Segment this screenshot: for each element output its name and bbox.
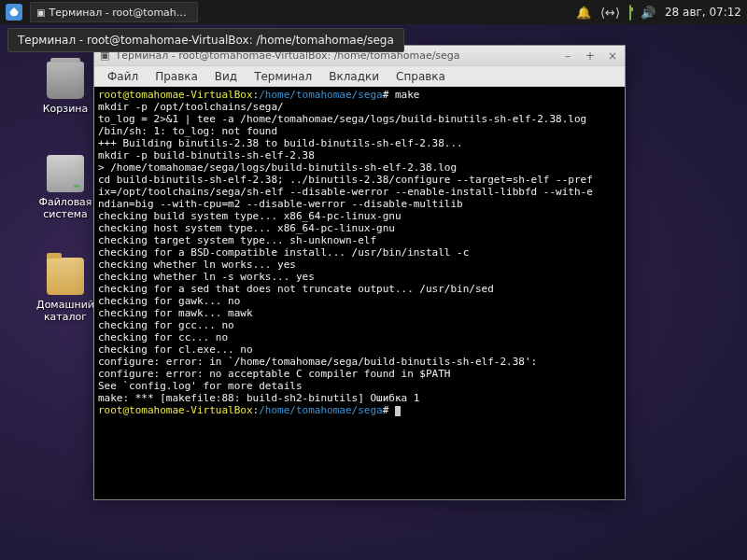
battery-icon[interactable] <box>629 6 631 20</box>
clock[interactable]: 28 авг, 07:12 <box>665 6 741 19</box>
menubar: Файл Правка Вид Терминал Вкладки Справка <box>94 66 625 87</box>
terminal-line: checking for a sed that does not truncat… <box>98 283 494 295</box>
terminal-line: checking for gawk... no <box>98 295 240 307</box>
terminal-line: make: *** [makefile:88: build-sh2-binuti… <box>98 392 419 404</box>
trash-icon <box>47 62 84 99</box>
prompt-user: root@tomahomae-VirtualBox <box>98 404 253 416</box>
terminal-line: checking host system type... x86_64-pc-l… <box>98 222 395 234</box>
terminal-line: checking target system type... sh-unknow… <box>98 234 376 246</box>
menu-tabs[interactable]: Вкладки <box>321 68 387 85</box>
desktop-icon-label: Домашний каталог <box>28 299 103 323</box>
notifications-icon[interactable]: 🔔 <box>576 6 591 20</box>
terminal-line: checking for mawk... mawk <box>98 307 253 319</box>
applications-menu-icon[interactable] <box>6 4 22 21</box>
command: make <box>395 89 420 101</box>
desktop-icon-label: Файловая система <box>28 196 103 220</box>
taskbar-item-terminal[interactable]: ▣ Терминал - root@tomahom... <box>30 2 198 22</box>
network-icon[interactable]: ⟨↔⟩ <box>600 6 620 20</box>
terminal-line: configure: error: in `/home/tomahomae/se… <box>98 356 537 368</box>
volume-icon[interactable]: 🔊 <box>641 6 655 20</box>
menu-view[interactable]: Вид <box>207 68 245 85</box>
terminal-line: configure: error: no acceptable C compil… <box>98 368 451 380</box>
terminal-line: checking for cc... no <box>98 331 228 343</box>
terminal-line: to_log = 2>&1 | tee -a /home/tomahomae/s… <box>98 113 586 125</box>
cursor <box>395 406 401 416</box>
terminal-line: checking for gcc... no <box>98 319 234 331</box>
desktop-icon-home[interactable]: Домашний каталог <box>28 258 103 323</box>
folder-icon <box>47 258 84 295</box>
desktop-icon-filesystem[interactable]: Файловая система <box>28 155 103 220</box>
menu-file[interactable]: Файл <box>100 68 146 85</box>
prompt-path: /home/tomahomae/sega <box>259 89 382 101</box>
drive-icon <box>47 155 84 192</box>
menu-help[interactable]: Справка <box>388 68 453 85</box>
terminal-window: ▣ Терминал - root@tomahomae-VirtualBox: … <box>93 45 626 500</box>
menu-edit[interactable]: Правка <box>148 68 205 85</box>
prompt-user: root@tomahomae-VirtualBox <box>98 89 253 101</box>
menu-terminal[interactable]: Терминал <box>247 68 319 85</box>
terminal-line: checking build system type... x86_64-pc-… <box>98 210 402 222</box>
desktop-icon-label: Корзина <box>28 103 103 115</box>
terminal-line: ix=/opt/toolchains/sega/sh-elf --disable… <box>98 186 593 198</box>
terminal-line: ndian=big --with-cpu=m2 --disable-werror… <box>98 198 463 210</box>
close-button[interactable]: × <box>606 49 619 63</box>
taskbar-tooltip: Терминал - root@tomahomae-VirtualBox: /h… <box>7 28 404 52</box>
terminal-line: +++ Building binutils-2.38 to build-binu… <box>98 137 463 149</box>
desktop-icon-trash[interactable]: Корзина <box>28 62 103 115</box>
window-buttons: – + × <box>561 49 619 63</box>
panel-left: ▣ Терминал - root@tomahom... <box>6 2 198 22</box>
terminal-content[interactable]: root@tomahomae-VirtualBox:/home/tomahoma… <box>94 87 625 499</box>
terminal-line: /bin/sh: 1: to_log: not found <box>98 125 277 137</box>
taskbar-item-label: Терминал - root@tomahom... <box>49 7 191 19</box>
terminal-line: mkdir -p /opt/toolchains/sega/ <box>98 101 284 113</box>
terminal-line: checking whether ln works... yes <box>98 259 296 271</box>
panel-right: 🔔 ⟨↔⟩ 🔊 28 авг, 07:12 <box>576 6 741 20</box>
terminal-icon: ▣ <box>36 7 45 18</box>
terminal-line: mkdir -p build-binutils-sh-elf-2.38 <box>98 149 315 161</box>
prompt-path: /home/tomahomae/sega <box>259 404 382 416</box>
top-panel: ▣ Терминал - root@tomahom... 🔔 ⟨↔⟩ 🔊 28 … <box>0 0 747 24</box>
terminal-line: cd build-binutils-sh-elf-2.38; ../binuti… <box>98 174 593 186</box>
terminal-line: checking for cl.exe... no <box>98 343 253 356</box>
terminal-line: See `config.log' for more details <box>98 380 303 392</box>
terminal-line: > /home/tomahomae/sega/logs/build-binuti… <box>98 161 457 174</box>
terminal-line: checking whether ln -s works... yes <box>98 271 315 283</box>
minimize-button[interactable]: – <box>561 49 574 63</box>
maximize-button[interactable]: + <box>584 49 597 63</box>
terminal-line: checking for a BSD-compatible install...… <box>98 246 469 259</box>
